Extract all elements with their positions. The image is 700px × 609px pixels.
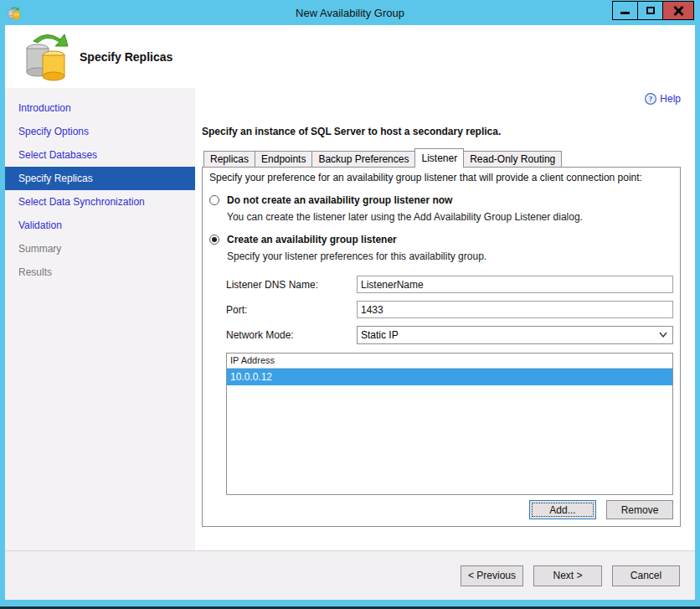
chevron-down-icon: [659, 332, 667, 338]
window-title: New Availability Group: [0, 7, 700, 19]
ip-address-row[interactable]: 10.0.0.12: [227, 369, 672, 385]
listener-tab-panel: Specify your preference for an availabil…: [202, 167, 681, 527]
pane-instruction: Specify an instance of SQL Server to hos…: [202, 126, 681, 137]
next-button[interactable]: Next >: [533, 565, 602, 586]
wizard-footer: < Previous Next > Cancel: [5, 550, 695, 600]
wizard-header: Specify Replicas: [5, 25, 695, 88]
close-icon: [673, 6, 683, 16]
network-mode-select[interactable]: Static IP: [357, 326, 673, 344]
sidebar-item-validation[interactable]: Validation: [5, 214, 195, 237]
radio-unchecked-icon: [209, 195, 219, 205]
titlebar: New Availability Group: [0, 0, 700, 25]
tab-listener[interactable]: Listener: [414, 148, 464, 168]
tab-backup-preferences[interactable]: Backup Preferences: [311, 151, 415, 167]
new-availability-group-window: New Availability Group Specify Replicas: [0, 0, 700, 609]
port-label: Port:: [226, 304, 357, 316]
listener-form: Listener DNS Name: Port: Network Mode: S…: [226, 276, 673, 344]
sidebar-item-specify-options[interactable]: Specify Options: [5, 120, 195, 143]
network-mode-value: Static IP: [361, 329, 399, 341]
dns-name-label: Listener DNS Name:: [226, 279, 357, 291]
ip-address-column-header: IP Address: [227, 354, 672, 369]
maximize-button[interactable]: [637, 1, 663, 20]
wizard-body: Introduction Specify Options Select Data…: [5, 88, 695, 550]
list-buttons: Add... Remove: [209, 500, 673, 519]
sidebar-item-specify-replicas[interactable]: Specify Replicas: [5, 167, 195, 190]
sidebar-item-select-data-synchronization[interactable]: Select Data Synchronization: [5, 190, 195, 214]
port-input[interactable]: [357, 301, 673, 318]
main-pane: ? Help Specify an instance of SQL Server…: [195, 88, 695, 550]
radio-create-listener-description: Specify your listener preferences for th…: [227, 250, 673, 262]
tab-endpoints[interactable]: Endpoints: [255, 151, 312, 167]
dns-name-input[interactable]: [357, 276, 673, 293]
help-icon: ?: [645, 93, 656, 105]
network-mode-label: Network Mode:: [226, 329, 357, 341]
radio-no-listener-description: You can create the listener later using …: [227, 211, 673, 223]
tab-strip: Replicas Endpoints Backup Preferences Li…: [202, 148, 681, 167]
radio-checked-icon: [209, 235, 219, 245]
minimize-button[interactable]: [612, 1, 638, 20]
maximize-icon: [646, 7, 655, 14]
tab-read-only-routing[interactable]: Read-Only Routing: [463, 151, 562, 167]
cancel-button[interactable]: Cancel: [612, 565, 680, 586]
add-button[interactable]: Add...: [529, 500, 596, 519]
wizard-steps-sidebar: Introduction Specify Options Select Data…: [5, 88, 195, 550]
previous-button[interactable]: < Previous: [461, 565, 523, 586]
page-title: Specify Replicas: [80, 50, 172, 64]
remove-button[interactable]: Remove: [606, 500, 673, 519]
radio-create-listener[interactable]: Create an availability group listener: [209, 234, 673, 245]
sidebar-item-introduction[interactable]: Introduction: [5, 96, 195, 120]
tab-replicas[interactable]: Replicas: [203, 151, 255, 167]
panel-intro-text: Specify your preference for an availabil…: [209, 172, 673, 183]
sidebar-item-select-databases[interactable]: Select Databases: [5, 143, 195, 167]
ip-address-list: IP Address 10.0.0.12: [226, 353, 673, 495]
window-controls: [613, 1, 694, 20]
sidebar-item-results: Results: [5, 261, 195, 284]
help-label: Help: [660, 93, 681, 105]
svg-text:?: ?: [649, 95, 653, 103]
help-link[interactable]: ? Help: [645, 93, 681, 105]
sidebar-item-summary: Summary: [5, 237, 195, 261]
radio-no-listener[interactable]: Do not create an availability group list…: [209, 194, 673, 206]
close-button[interactable]: [662, 1, 694, 20]
minimize-icon: [620, 12, 630, 14]
window-content: Specify Replicas Introduction Specify Op…: [5, 25, 695, 600]
replicas-database-icon: [23, 31, 72, 81]
